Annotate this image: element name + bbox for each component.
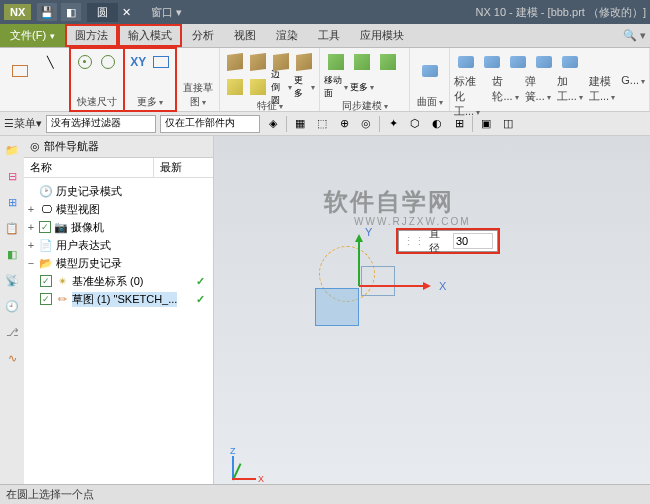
filter-ico-1[interactable]: ◈ — [264, 115, 282, 133]
feature-label[interactable]: 特征 — [224, 99, 315, 113]
sync-label[interactable]: 同步建模 — [324, 99, 405, 113]
nav-header: ◎ 部件导航器 — [24, 136, 213, 158]
machining-icon[interactable] — [532, 50, 556, 74]
circle-tool-tab[interactable]: 圆 — [87, 3, 118, 22]
filter-ico-8[interactable]: ◐ — [428, 115, 446, 133]
selection-filter[interactable]: 没有选择过滤器 — [46, 115, 156, 133]
triad-z-label: Z — [230, 446, 236, 456]
filter-ico-7[interactable]: ⬡ — [406, 115, 424, 133]
tab-analysis[interactable]: 分析 — [182, 24, 224, 47]
node-user-expr[interactable]: +📄用户表达式 — [26, 236, 211, 254]
nx-logo: NX — [4, 4, 31, 20]
menu-button[interactable]: ☰ 菜单 ▾ — [4, 116, 42, 131]
titlebar: NX 💾 ◧ 圆 ✕ 窗口 ▾ NX 10 - 建模 - [bbb.prt （修… — [0, 0, 650, 24]
status-bar: 在圆上选择一个点 — [0, 484, 650, 504]
process-icon[interactable]: ⎇ — [2, 322, 22, 342]
spring-tool-icon[interactable] — [506, 50, 530, 74]
filter-ico-2[interactable]: ▦ — [291, 115, 309, 133]
assembly-nav-icon[interactable]: ⊟ — [2, 166, 22, 186]
window-menu[interactable]: 窗口 ▾ — [151, 5, 182, 20]
line-icon[interactable]: ╲ — [38, 50, 62, 74]
move-face-icon[interactable] — [324, 50, 348, 74]
reuse-icon[interactable]: 📋 — [2, 218, 22, 238]
move-face-dd[interactable]: 移动面 — [324, 75, 348, 99]
surface-label[interactable]: 曲面 — [414, 95, 445, 109]
unite-icon[interactable] — [224, 75, 245, 99]
circle-3pt-icon[interactable] — [98, 50, 120, 74]
resource-bar: 📁 ⊟ ⊞ 📋 ◧ 📡 🕘 ⎇ ∿ — [0, 136, 24, 504]
triad-x — [232, 478, 256, 480]
quick-dim-label: 快速尺寸 — [74, 95, 119, 109]
machining-label[interactable]: 加工... — [557, 74, 583, 119]
nav-pin-icon[interactable]: ◎ — [30, 140, 40, 153]
scope-filter[interactable]: 仅在工作部件内 — [160, 115, 260, 133]
command-finder[interactable]: 🔍 ▾ — [619, 24, 650, 47]
roles-icon[interactable]: ∿ — [2, 348, 22, 368]
param-input-icon[interactable] — [151, 50, 172, 74]
circle-center-icon[interactable] — [74, 50, 96, 74]
filter-ico-3[interactable]: ⬚ — [313, 115, 331, 133]
triad-x-label: X — [258, 474, 264, 484]
col-name[interactable]: 名称 — [24, 158, 154, 177]
workarea: 📁 ⊟ ⊞ 📋 ◧ 📡 🕘 ⎇ ∿ ◎ 部件导航器 名称 最新 🕑历史记录模式 … — [0, 136, 650, 504]
menubar: 文件(F) 圆方法 输入模式 分析 视图 渲染 工具 应用模块 🔍 ▾ — [0, 24, 650, 48]
status-text: 在圆上选择一个点 — [6, 487, 94, 502]
node-sketch[interactable]: ✓✏草图 (1) "SKETCH_... ✓ — [26, 290, 211, 308]
std-tools-label[interactable]: 标准化工... — [454, 74, 486, 119]
history-icon[interactable]: 🕘 — [2, 296, 22, 316]
node-camera[interactable]: +✓📷摄像机 — [26, 218, 211, 236]
node-model-view[interactable]: +🖵模型视图 — [26, 200, 211, 218]
constraint-nav-icon[interactable]: ⊞ — [2, 192, 22, 212]
tab-circle-method[interactable]: 圆方法 — [65, 24, 118, 47]
dimension-input-box: ⋮⋮ 直径 — [398, 230, 498, 252]
nav-tree: 🕑历史记录模式 +🖵模型视图 +✓📷摄像机 +📄用户表达式 −📂模型历史记录 ✓… — [24, 178, 213, 504]
spring-label[interactable]: 弹簧... — [525, 74, 551, 119]
gear-label[interactable]: 齿轮... — [492, 74, 518, 119]
replace-face-icon[interactable] — [376, 50, 400, 74]
sketch-icon[interactable] — [4, 50, 36, 92]
node-model-history[interactable]: −📂模型历史记录 — [26, 254, 211, 272]
graphics-canvas[interactable]: 软件自学网 WWW.RJZXW.COM ⋮⋮ 直径 Y X Z X — [214, 136, 650, 504]
browser-icon[interactable]: 📡 — [2, 270, 22, 290]
xy-input-icon[interactable]: XY — [128, 50, 149, 74]
node-datum-csys[interactable]: ✓✴基准坐标系 (0) ✓ — [26, 272, 211, 290]
save-icon[interactable]: 💾 — [37, 3, 57, 21]
delete-face-icon[interactable] — [350, 50, 374, 74]
xy-plane-rect — [361, 266, 395, 296]
hd3d-icon[interactable]: ◧ — [2, 244, 22, 264]
surface-icon[interactable] — [414, 50, 445, 92]
toggle-icon[interactable]: ◧ — [61, 3, 81, 21]
part-nav-icon[interactable]: 📁 — [2, 140, 22, 160]
more-2[interactable]: 更多 — [294, 75, 315, 99]
filter-ico-4[interactable]: ⊕ — [335, 115, 353, 133]
filter-ico-6[interactable]: ✦ — [384, 115, 402, 133]
direct-sketch-label[interactable]: 直接草图 — [180, 81, 215, 109]
col-latest[interactable]: 最新 — [154, 158, 213, 177]
gear-tool-icon[interactable] — [480, 50, 504, 74]
tab-render[interactable]: 渲染 — [266, 24, 308, 47]
edge-chamfer[interactable]: 边倒圆 — [271, 75, 292, 99]
tab-input-mode[interactable]: 输入模式 — [118, 24, 182, 47]
more-3[interactable]: 更多 — [350, 75, 374, 99]
tab-view[interactable]: 视图 — [224, 24, 266, 47]
shell-icon[interactable] — [247, 75, 268, 99]
more-1[interactable]: 更多 — [128, 95, 171, 109]
handle-icon[interactable]: ⋮⋮ — [403, 235, 425, 248]
pattern-icon[interactable] — [294, 50, 315, 74]
extrude-icon[interactable] — [224, 50, 245, 74]
g-label[interactable]: G... — [621, 74, 645, 119]
tab-app-module[interactable]: 应用模块 — [350, 24, 414, 47]
std-tool-icon[interactable] — [454, 50, 478, 74]
y-axis — [358, 236, 360, 286]
diameter-input[interactable] — [453, 233, 493, 249]
model-tools-label[interactable]: 建模工... — [589, 74, 615, 119]
tab-tools[interactable]: 工具 — [308, 24, 350, 47]
node-history-mode[interactable]: 🕑历史记录模式 — [26, 182, 211, 200]
filter-ico-5[interactable]: ◎ — [357, 115, 375, 133]
file-menu[interactable]: 文件(F) — [0, 24, 65, 47]
close-tab-icon[interactable]: ✕ — [122, 6, 131, 19]
revolve-icon[interactable] — [247, 50, 268, 74]
nav-columns: 名称 最新 — [24, 158, 213, 178]
model-tool-icon[interactable] — [558, 50, 582, 74]
x-axis — [359, 285, 429, 287]
